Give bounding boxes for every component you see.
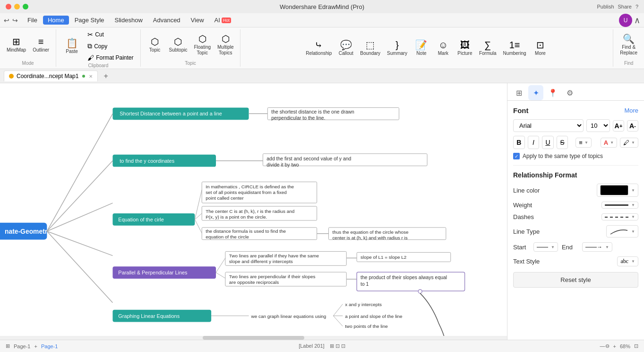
app-title: Wondershare EdrawMind (Pro) <box>280 3 364 10</box>
tab-add-button[interactable]: + <box>100 70 112 82</box>
alignment-dropdown[interactable]: ≡ ▼ <box>575 138 592 148</box>
conn-graph-3 <box>333 316 343 326</box>
apply-same-checkbox[interactable]: ✓ <box>513 153 520 159</box>
publish-button[interactable]: Publish <box>597 4 614 9</box>
line-color-swatch <box>600 185 628 195</box>
help-button[interactable]: ? <box>635 4 638 9</box>
add-page-button[interactable]: + <box>34 343 37 349</box>
panel-tab-settings[interactable]: ⚙ <box>562 85 577 100</box>
mindmap-button[interactable]: ⊞ MindMap <box>4 35 29 55</box>
tab-coordinate-map[interactable]: Coordinate...ncept Map1 ✕ <box>4 70 98 81</box>
close-button[interactable] <box>6 4 11 9</box>
circle-note2-text2: P(x, y) is a point on the circle. <box>206 214 267 220</box>
start-arrow-select[interactable]: —— ▼ <box>533 242 558 252</box>
multiple-topics-button[interactable]: ⬡ MultipleTopics <box>215 32 236 58</box>
midpoint-note-text2: divide it by two <box>266 162 299 167</box>
tab-close-button[interactable]: ✕ <box>89 74 93 79</box>
highlight-dropdown[interactable]: 🖊 ▼ <box>620 138 638 148</box>
menu-file[interactable]: File <box>23 16 42 25</box>
fit-page-button[interactable]: ⊡ <box>634 343 638 349</box>
summary-label: Summary <box>387 51 407 56</box>
text-style-select[interactable]: abc ▼ <box>617 256 638 266</box>
minimize-button[interactable] <box>14 4 20 9</box>
font-size-select[interactable]: 10 <box>586 119 610 132</box>
canvas-area[interactable]: nate-Geometry-Concept-Map Shortest Dista… <box>0 83 507 340</box>
numbering-button[interactable]: 1≡ Numbering <box>500 38 529 58</box>
maximize-button[interactable] <box>23 4 28 9</box>
floating-topic-button[interactable]: ⬡ FloatingTopic <box>191 32 214 58</box>
summary-button[interactable]: } Summary <box>384 38 410 58</box>
start-arrow-preview: —— <box>537 244 548 250</box>
scrollbar-thumb[interactable] <box>203 336 304 340</box>
note-icon: 📝 <box>415 40 427 50</box>
menu-ai[interactable]: AI Hot <box>210 16 236 25</box>
line-color-dropdown[interactable]: ▼ <box>597 184 638 197</box>
picture-icon: 🖼 <box>460 40 470 50</box>
menu-home[interactable]: Home <box>43 16 69 25</box>
collapse-button[interactable]: ∧ <box>634 15 640 26</box>
more-icon: ⊡ <box>536 40 544 50</box>
start-end-row: Start —— ▼ End ——→ ▼ <box>513 242 638 252</box>
picture-button[interactable]: 🖼 Picture <box>455 38 475 58</box>
mark-button[interactable]: ☺ Mark <box>433 38 454 58</box>
callout-button[interactable]: 💬 Callout <box>335 38 356 58</box>
outliner-icon: ≡ <box>38 37 44 46</box>
page-layout-icon[interactable]: ⊞ <box>6 343 10 349</box>
bold-button[interactable]: B <box>513 136 525 149</box>
copy-button[interactable]: ⧉ Copy <box>85 41 136 52</box>
strikethrough-button[interactable]: S <box>557 136 568 149</box>
boundary-button[interactable]: ⬚ Boundary <box>357 38 383 58</box>
relationship-button[interactable]: ⤷ Relationship <box>303 38 335 58</box>
topic-buttons: ⬡ Topic ⬡ Subtopic ⬡ FloatingTopic ⬡ Mul… <box>145 29 237 61</box>
find-replace-button[interactable]: 🔍 Find &Replace <box>617 32 640 58</box>
end-arrow-select[interactable]: ——→ ▼ <box>582 242 612 252</box>
paste-button[interactable]: 📋 Paste <box>60 36 84 56</box>
format-style-row: B I U S ≡ ▼ A ▼ 🖊 ▼ <box>513 136 638 149</box>
underline-button[interactable]: U <box>542 136 554 149</box>
panel-tab-location[interactable]: 📍 <box>545 85 560 100</box>
font-size-increase-button[interactable]: A+ <box>613 120 624 132</box>
formula-button[interactable]: ∑ Formula <box>476 38 499 58</box>
relationship-label: Relationship <box>306 51 332 56</box>
font-size-decrease-button[interactable]: A- <box>627 120 638 132</box>
font-color-dropdown[interactable]: A ▼ <box>601 138 617 148</box>
menu-advanced[interactable]: Advanced <box>148 16 185 25</box>
topic-button[interactable]: ⬡ Topic <box>145 35 165 55</box>
share-button[interactable]: Share <box>618 4 632 9</box>
font-more-link[interactable]: More <box>624 107 638 114</box>
undo-button[interactable]: ↩ <box>4 17 9 24</box>
zoom-out-button[interactable]: —⊖ <box>600 343 610 349</box>
circle-note1-text1: In mathematics , CIRCLE is defined as th… <box>206 184 294 189</box>
dashes-dropdown[interactable]: ▼ <box>601 213 638 220</box>
more-button[interactable]: ⊡ More <box>530 38 551 58</box>
selection-handle[interactable] <box>418 290 422 293</box>
outliner-button[interactable]: ≡ Outliner <box>30 35 52 55</box>
line-type-dropdown[interactable]: ▼ <box>606 225 638 238</box>
menu-view[interactable]: View <box>186 16 209 25</box>
user-avatar[interactable]: U <box>619 14 632 27</box>
note-button[interactable]: 📝 Note <box>411 38 432 58</box>
highlight-dropdown-arrow: ▼ <box>631 141 635 145</box>
zoom-in-button[interactable]: + <box>613 343 616 349</box>
topic-label: Topic <box>149 47 160 53</box>
redo-button[interactable]: ↪ <box>12 17 18 24</box>
menu-page-style[interactable]: Page Style <box>70 16 109 25</box>
subtopic-button[interactable]: ⬡ Subtopic <box>166 35 190 55</box>
zoom-level[interactable]: 68% <box>620 343 630 349</box>
reset-style-button[interactable]: Reset style <box>513 272 638 288</box>
menu-slideshow[interactable]: Slideshow <box>110 16 147 25</box>
panel-tab-style[interactable]: ⊞ <box>511 85 526 100</box>
dashes-label: Dashes <box>513 213 534 220</box>
current-page-tab[interactable]: Page-1 <box>41 343 58 349</box>
horizontal-scrollbar[interactable] <box>0 336 507 340</box>
font-family-select[interactable]: Arial <box>513 119 584 132</box>
cut-button[interactable]: ✂ Cut <box>85 29 136 40</box>
end-label: End <box>562 244 578 251</box>
panel-tab-format[interactable]: ✦ <box>528 85 543 100</box>
shortest-note-text2: perpendicular to the line. <box>271 115 325 121</box>
format-painter-button[interactable]: 🖌 Format Painter <box>85 53 136 63</box>
circle-conn-note-text2: center is at (h, k) and with radius r is <box>332 235 407 240</box>
weight-dropdown[interactable]: ▼ <box>601 202 638 209</box>
circle-note1-text2: set of all points equidistant from a fix… <box>206 190 287 195</box>
italic-button[interactable]: I <box>528 136 540 149</box>
